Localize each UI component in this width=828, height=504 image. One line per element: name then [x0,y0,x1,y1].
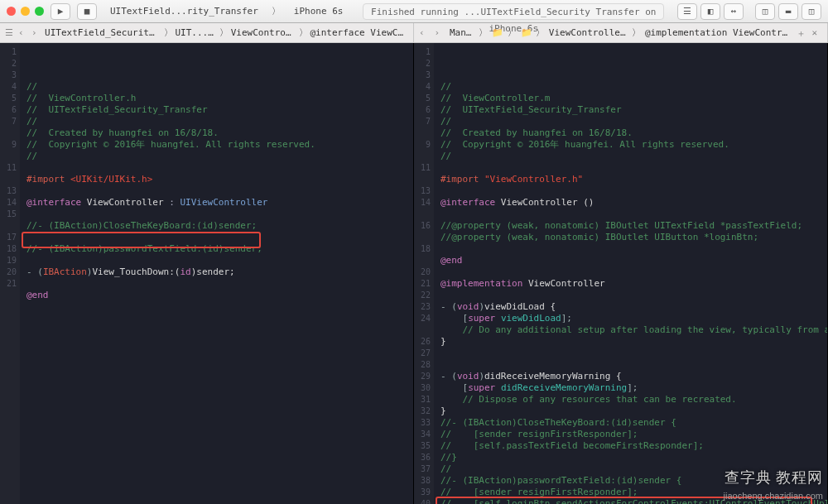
scheme-selector[interactable]: UITextField...rity_Transfer [104,6,265,17]
jump-symbol-h[interactable]: @interface ViewController [310,27,408,38]
line-number: 2 [414,58,431,70]
code-line[interactable]: - (void)didReceiveMemoryWarning { [440,371,827,382]
code-line[interactable]: // UITextField_Security_Transfer [440,104,827,116]
line-number: 1 [414,46,431,58]
code-line[interactable]: // Dispose of any resources that can be … [440,394,827,406]
close-assistant-icon[interactable]: ✕ [812,27,822,39]
code-line[interactable]: // [26,151,413,162]
code-line[interactable] [26,162,413,174]
jump-project[interactable]: UITextField_Security_Transfer [45,27,159,38]
run-button[interactable]: ▶ [51,3,70,20]
jump-bar-right[interactable]: ‹ › Manua〉 📁〉 📁〉 ViewController.m〉 @impl… [414,23,828,42]
code-line[interactable]: // Do any additional setup after loading… [440,324,827,336]
code-line[interactable]: } [440,336,827,348]
code-line[interactable] [440,162,827,174]
line-number: 16 [414,220,431,232]
code-line[interactable]: // Created by huangfei on 16/8/18. [26,127,413,139]
code-line[interactable]: // [440,116,827,127]
line-number: 2 [0,58,17,70]
code-line[interactable] [26,313,413,324]
assistant-mode[interactable]: Manua [450,27,474,38]
code-line[interactable]: } [440,406,827,417]
code-line[interactable]: @interface ViewController () [440,197,827,209]
code-line[interactable]: @end [440,255,827,266]
nav-back-icon[interactable]: ‹ [419,27,429,39]
jump-folder-icon[interactable]: 📁 [521,27,531,38]
code-line[interactable]: //- (IBAction)CloseTheKeyBoard:(id)sende… [26,220,413,232]
code-line[interactable]: // [sender resignFirstResponder]; [440,429,827,440]
code-line[interactable] [26,185,413,197]
code-line[interactable]: #import <UIKit/UIKit.h> [26,174,413,185]
code-area-h[interactable]: //// ViewController.h// UITextField_Secu… [20,43,413,504]
code-line[interactable] [440,359,827,371]
code-line[interactable] [440,266,827,278]
code-line[interactable]: // [26,81,413,93]
code-line[interactable]: // [self.passTextField becomeFirstRespon… [440,440,827,452]
code-line[interactable]: // UITextField_Security_Transfer [26,104,413,116]
jump-folder-icon[interactable]: 📁 [492,27,502,38]
line-number: 19 [0,255,17,266]
jump-bar-left[interactable]: ☰ ‹ › UITextField_Security_Transfer〉 UIT… [0,23,414,42]
code-line[interactable]: // ViewController.m [440,93,827,104]
jump-file-h[interactable]: ViewController.h [231,27,294,38]
code-line[interactable]: @implementation ViewController [440,278,827,290]
stop-button[interactable]: ■ [77,3,97,20]
code-line[interactable] [26,301,413,313]
device-selector[interactable]: iPhone 6s [287,6,350,17]
toggle-debug-icon[interactable]: ▬ [778,3,798,20]
toggle-inspector-icon[interactable]: ◫ [802,3,821,20]
close-dot-icon[interactable] [7,7,16,16]
code-line[interactable]: [super didReceiveMemoryWarning]; [440,382,827,394]
code-line[interactable]: @interface ViewController : UIViewContro… [26,197,413,209]
nav-forward-icon[interactable]: › [434,27,444,39]
line-number [414,209,431,220]
code-line[interactable] [26,232,413,243]
jump-symbol-m[interactable]: @implementation ViewController [645,27,792,38]
code-line[interactable] [26,209,413,220]
code-line[interactable]: #import "ViewController.h" [440,174,827,185]
related-items-icon[interactable]: ☰ [5,27,13,39]
code-line[interactable]: //} [440,452,827,463]
code-line[interactable]: //- (IBAction)CloseTheKeyBoard:(id)sende… [440,417,827,429]
jump-folder[interactable]: UIT...sfer [175,27,214,38]
line-number: 26 [414,336,431,348]
line-number: 15 [0,209,17,220]
line-number: 11 [414,162,431,174]
code-area-m[interactable]: //// ViewController.m// UITextField_Secu… [434,43,827,504]
nav-back-icon[interactable]: ‹ [18,27,26,39]
line-number: 9 [414,139,431,151]
line-number: 17 [0,232,17,243]
code-line[interactable] [26,278,413,290]
code-line[interactable]: - (void)viewDidLoad { [440,301,827,313]
jump-file-m[interactable]: ViewController.m [549,27,627,38]
editor-version-icon[interactable]: ↔ [724,3,744,20]
code-line[interactable]: // [26,116,413,127]
code-line[interactable] [440,290,827,301]
code-line[interactable]: [super viewDidLoad]; [440,313,827,324]
code-line[interactable]: // Copyright © 2016年 huangfei. All right… [26,139,413,151]
code-line[interactable]: // Copyright © 2016年 huangfei. All right… [440,139,827,151]
zoom-dot-icon[interactable] [35,7,44,16]
code-line[interactable] [440,348,827,359]
code-line[interactable]: // Created by huangfei on 16/8/18. [440,127,827,139]
code-line[interactable]: // ViewController.h [26,93,413,104]
code-line[interactable]: //- (IBAction)passwordTextField:(id)send… [26,243,413,255]
code-line[interactable]: @end [26,290,413,301]
code-line[interactable] [440,209,827,220]
code-line[interactable] [26,255,413,266]
editor-assistant-icon[interactable]: ◧ [700,3,720,20]
code-line[interactable] [440,243,827,255]
toggle-navigator-icon[interactable]: ◫ [755,3,775,20]
nav-forward-icon[interactable]: › [31,27,40,39]
code-line[interactable]: //@property (weak, nonatomic) IBOutlet U… [440,220,827,232]
window-controls[interactable] [7,7,44,16]
code-line[interactable]: - (IBAction)View_TouchDown:(id)sender; [26,266,413,278]
code-line[interactable]: // [440,81,827,93]
minimize-dot-icon[interactable] [21,7,30,16]
line-gutter: 1234567911131416182021222324262728293031… [414,43,434,504]
editor-standard-icon[interactable]: ☰ [677,3,697,20]
code-line[interactable]: //@property (weak, nonatomic) IBOutlet U… [440,232,827,243]
code-line[interactable] [440,185,827,197]
add-assistant-icon[interactable]: ＋ [797,27,806,39]
code-line[interactable]: // [440,151,827,162]
